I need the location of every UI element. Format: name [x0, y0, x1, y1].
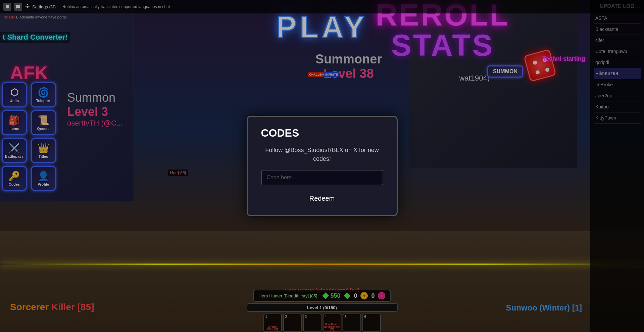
redeem-button[interactable]: Redeem — [261, 192, 383, 205]
codes-title: CODES — [261, 127, 383, 139]
code-input[interactable] — [261, 170, 383, 185]
codes-subtitle: Follow @Boss_StudiosRBLX on X for new co… — [261, 146, 383, 163]
modal-overlay[interactable]: CODES Follow @Boss_StudiosRBLX on X for … — [0, 0, 644, 332]
codes-modal: CODES Follow @Boss_StudiosRBLX on X for … — [247, 116, 398, 216]
